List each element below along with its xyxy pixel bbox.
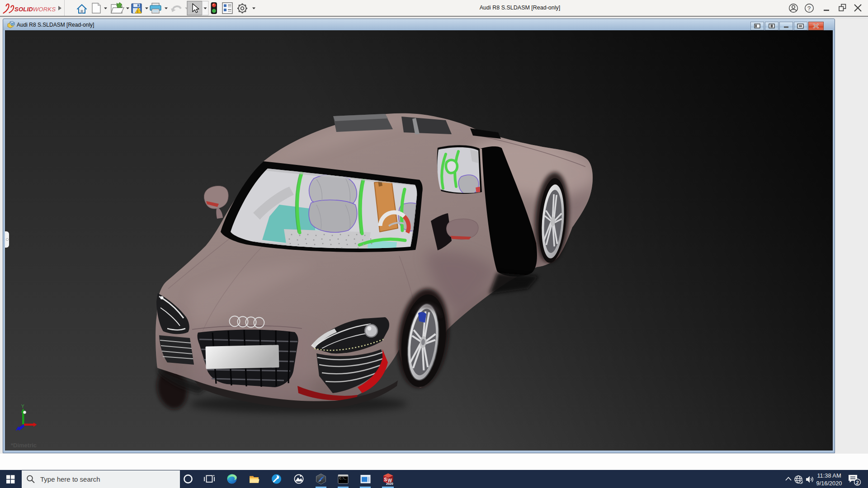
svg-text:S: S xyxy=(384,477,387,482)
svg-text:Type here to search: Type here to search xyxy=(40,475,100,483)
svg-text:?: ? xyxy=(807,5,811,12)
svg-text:2: 2 xyxy=(856,480,859,485)
svg-text:9/16/2020: 9/16/2020 xyxy=(816,480,842,487)
svg-text:C:\_: C:\_ xyxy=(340,477,347,480)
svg-text:SOLIDWORKS: SOLIDWORKS xyxy=(14,6,56,13)
svg-text:2020: 2020 xyxy=(386,482,393,485)
svg-text:Y: Y xyxy=(21,404,24,409)
svg-text:!: ! xyxy=(137,9,138,14)
svg-text:11:38 AM: 11:38 AM xyxy=(817,472,841,479)
